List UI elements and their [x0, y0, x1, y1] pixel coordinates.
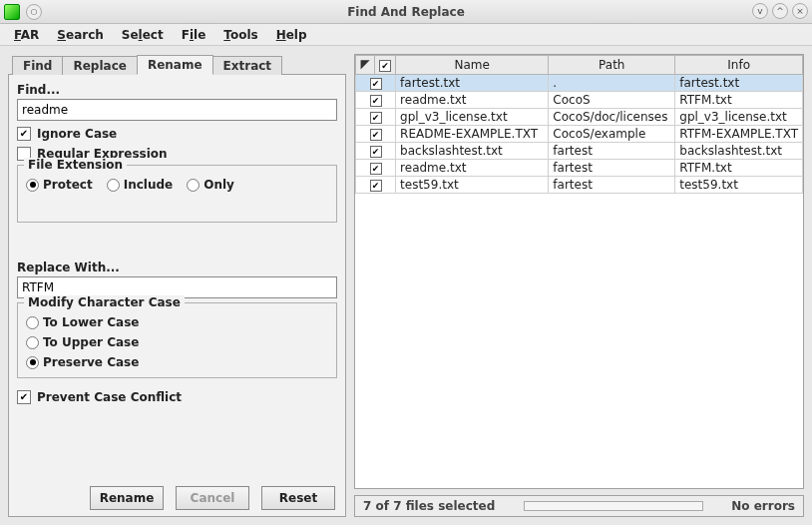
tab-rename[interactable]: Rename	[137, 55, 213, 75]
cell-name: backslashtest.txt	[396, 143, 549, 160]
col-pointer[interactable]: ◤	[356, 56, 375, 75]
cell-name: gpl_v3_license.txt	[396, 109, 549, 126]
minimize-button[interactable]: v	[752, 3, 768, 19]
close-button[interactable]: ×	[792, 3, 808, 19]
maximize-button[interactable]: ^	[772, 3, 788, 19]
table-row[interactable]: readme.txtfartestRTFM.txt	[356, 160, 803, 177]
app-icon	[4, 4, 20, 20]
tab-replace[interactable]: Replace	[62, 56, 137, 75]
file-ext-legend: File Extension	[24, 158, 127, 172]
case-lower-radio[interactable]	[26, 316, 39, 329]
menu-select[interactable]: Select	[114, 25, 172, 45]
table-row[interactable]: README-EXAMPLE.TXTCocoS/exampleRTFM-EXAM…	[356, 126, 803, 143]
cell-path: fartest	[549, 177, 675, 194]
prevent-conflict-label: Prevent Case Conflict	[37, 390, 182, 404]
cell-info: gpl_v3_license.txt	[675, 109, 803, 126]
find-input[interactable]	[17, 99, 337, 121]
tab-extract[interactable]: Extract	[212, 56, 283, 75]
replace-label: Replace With...	[17, 261, 337, 274]
menubar: FAR Search Select File Tools Help	[0, 24, 812, 46]
file-ext-protect-radio[interactable]	[26, 179, 39, 192]
row-checkbox[interactable]	[370, 112, 382, 124]
row-check-cell[interactable]	[356, 177, 396, 194]
menu-tools[interactable]: Tools	[215, 25, 265, 45]
window-menu-button[interactable]: ○	[26, 4, 42, 20]
col-path[interactable]: Path	[549, 56, 675, 75]
file-ext-only-radio[interactable]	[187, 179, 200, 192]
cancel-button[interactable]: Cancel	[176, 486, 249, 510]
table-row[interactable]: backslashtest.txtfartestbackslashtest.tx…	[356, 143, 803, 160]
row-check-cell[interactable]	[356, 75, 396, 92]
row-check-cell[interactable]	[356, 126, 396, 143]
cell-info: test59.txt	[675, 177, 803, 194]
menu-search[interactable]: Search	[49, 25, 111, 45]
cell-path: CocoS	[549, 92, 675, 109]
results-table-wrap: ◤ Name Path Info fartest.txt.fartest.txt…	[354, 54, 804, 489]
reset-button[interactable]: Reset	[261, 486, 335, 510]
cell-path: CocoS/doc/licenses	[549, 109, 675, 126]
pointer-icon: ◤	[360, 58, 369, 70]
case-upper-radio[interactable]	[26, 336, 39, 349]
case-legend: Modify Character Case	[24, 295, 185, 309]
row-checkbox[interactable]	[370, 95, 382, 107]
case-group: Modify Character Case To Lower Case To U…	[17, 302, 337, 378]
cell-name: README-EXAMPLE.TXT	[396, 126, 549, 143]
titlebar: ○ Find And Replace v ^ ×	[0, 0, 812, 24]
row-checkbox[interactable]	[370, 180, 382, 192]
table-row[interactable]: fartest.txt.fartest.txt	[356, 75, 803, 92]
cell-info: RTFM.txt	[675, 160, 803, 177]
cell-name: fartest.txt	[396, 75, 549, 92]
file-ext-group: File Extension Protect Include Only	[17, 165, 337, 223]
header-checkbox[interactable]	[379, 60, 391, 72]
row-checkbox[interactable]	[370, 129, 382, 141]
case-lower[interactable]: To Lower Case	[26, 315, 328, 329]
cell-name: test59.txt	[396, 177, 549, 194]
case-upper[interactable]: To Upper Case	[26, 335, 328, 349]
row-checkbox[interactable]	[370, 146, 382, 158]
tab-strip: Find Replace Rename Extract	[8, 54, 346, 74]
cell-info: RTFM-EXAMPLE.TXT	[675, 126, 803, 143]
status-selected: 7 of 7 files selected	[363, 499, 495, 513]
ignore-case-row[interactable]: Ignore Case	[17, 127, 337, 141]
rename-panel: Find... Ignore Case Regular Expression F…	[8, 74, 346, 517]
file-ext-include[interactable]: Include	[107, 178, 174, 192]
row-checkbox[interactable]	[370, 163, 382, 175]
ignore-case-checkbox[interactable]	[17, 127, 31, 141]
prevent-conflict-row[interactable]: Prevent Case Conflict	[17, 390, 337, 404]
table-row[interactable]: test59.txtfartesttest59.txt	[356, 177, 803, 194]
col-check[interactable]	[375, 56, 396, 75]
ignore-case-label: Ignore Case	[37, 127, 117, 141]
cell-name: readme.txt	[396, 92, 549, 109]
results-table: ◤ Name Path Info fartest.txt.fartest.txt…	[355, 55, 803, 194]
right-panel: ◤ Name Path Info fartest.txt.fartest.txt…	[354, 54, 804, 517]
col-name[interactable]: Name	[396, 56, 549, 75]
table-row[interactable]: gpl_v3_license.txtCocoS/doc/licensesgpl_…	[356, 109, 803, 126]
progress-bar	[524, 501, 703, 511]
table-row[interactable]: readme.txtCocoSRTFM.txt	[356, 92, 803, 109]
tab-find[interactable]: Find	[12, 56, 63, 75]
row-check-cell[interactable]	[356, 109, 396, 126]
row-check-cell[interactable]	[356, 143, 396, 160]
row-checkbox[interactable]	[370, 78, 382, 90]
left-panel: Find Replace Rename Extract Find... Igno…	[8, 54, 346, 517]
menu-help[interactable]: Help	[268, 25, 315, 45]
cell-name: readme.txt	[396, 160, 549, 177]
window-title: Find And Replace	[0, 5, 812, 19]
case-preserve[interactable]: Preserve Case	[26, 355, 328, 369]
cell-info: RTFM.txt	[675, 92, 803, 109]
row-check-cell[interactable]	[356, 92, 396, 109]
find-label: Find...	[17, 83, 337, 97]
action-buttons: Rename Cancel Reset	[17, 482, 337, 510]
col-info[interactable]: Info	[675, 56, 803, 75]
case-preserve-radio[interactable]	[26, 356, 39, 369]
file-ext-protect[interactable]: Protect	[26, 178, 93, 192]
rename-button[interactable]: Rename	[90, 486, 164, 510]
cell-path: fartest	[549, 160, 675, 177]
menu-far[interactable]: FAR	[6, 25, 47, 45]
file-ext-include-radio[interactable]	[107, 179, 120, 192]
cell-path: CocoS/example	[549, 126, 675, 143]
row-check-cell[interactable]	[356, 160, 396, 177]
prevent-conflict-checkbox[interactable]	[17, 390, 31, 404]
menu-file[interactable]: File	[174, 25, 214, 45]
file-ext-only[interactable]: Only	[187, 178, 234, 192]
